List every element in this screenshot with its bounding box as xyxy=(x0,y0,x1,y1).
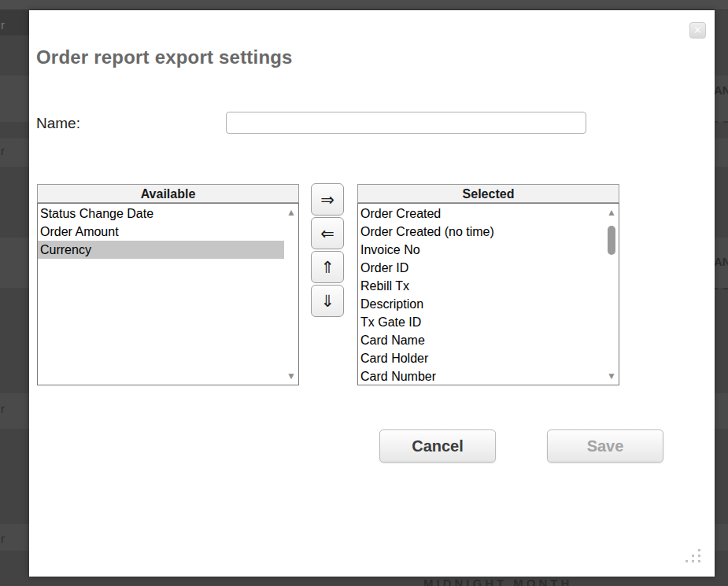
list-item[interactable]: Order Created xyxy=(358,205,604,223)
dialog-title: Order report export settings xyxy=(36,46,293,68)
resize-grip-icon[interactable] xyxy=(679,548,703,566)
background-text-fragment: AN xyxy=(714,84,728,96)
list-item[interactable]: Card Number xyxy=(358,367,604,385)
name-label: Name: xyxy=(36,115,80,132)
background-text-fragment: r xyxy=(1,145,5,157)
cancel-button[interactable]: Cancel xyxy=(379,429,496,463)
selected-listbox: Order CreatedOrder Created (no time)Invo… xyxy=(357,203,619,385)
list-item[interactable]: Order Amount xyxy=(38,223,284,241)
available-scrollbar[interactable]: ▲ ▼ xyxy=(284,204,298,385)
move-down-button[interactable]: ⇓ xyxy=(311,285,344,317)
scroll-up-icon[interactable]: ▲ xyxy=(284,207,298,218)
scrollbar-thumb[interactable] xyxy=(608,226,615,255)
move-left-button[interactable]: ⇐ xyxy=(311,217,344,249)
background-dashed-line xyxy=(713,288,728,289)
list-item[interactable]: Status Change Date xyxy=(38,205,284,223)
available-listbox: Status Change DateOrder AmountCurrency ▲… xyxy=(37,203,299,385)
available-list-header: Available xyxy=(37,184,299,203)
close-icon[interactable]: ✕ xyxy=(689,22,706,39)
background-text-fragment: AN xyxy=(714,256,728,267)
list-item[interactable]: Invoice No xyxy=(358,241,604,259)
background-dashed-line xyxy=(713,121,728,123)
list-item[interactable]: Currency xyxy=(38,241,284,259)
selected-list-header: Selected xyxy=(357,184,619,203)
move-right-button[interactable]: ⇒ xyxy=(311,183,344,216)
name-input[interactable] xyxy=(226,112,586,134)
background-bottom-text-fragment: MIDNIGHT MONTH xyxy=(423,577,572,586)
list-item[interactable]: Order Created (no time) xyxy=(358,223,604,241)
background-top-bar xyxy=(0,0,728,10)
list-item[interactable]: Rebill Tx xyxy=(358,277,604,295)
list-item[interactable]: Card Holder xyxy=(358,349,604,367)
list-item[interactable]: Description xyxy=(358,295,604,313)
scroll-up-icon[interactable]: ▲ xyxy=(604,207,619,218)
list-item[interactable]: Card Name xyxy=(358,331,604,349)
background-text-fragment: r xyxy=(1,533,5,544)
move-up-button[interactable]: ⇑ xyxy=(311,251,344,283)
background-text-fragment: r xyxy=(1,19,5,31)
screen: r r r r AN AN MIDNIGHT MONTH ✕ Order rep… xyxy=(0,0,728,586)
save-button[interactable]: Save xyxy=(547,429,663,463)
export-settings-dialog: ✕ Order report export settings Name: Ava… xyxy=(29,10,715,577)
background-text-fragment: r xyxy=(1,403,5,415)
scroll-down-icon[interactable]: ▼ xyxy=(284,370,298,381)
list-item[interactable]: Tx Gate ID xyxy=(358,313,604,331)
scroll-down-icon[interactable]: ▼ xyxy=(604,370,619,381)
selected-items: Order CreatedOrder Created (no time)Invo… xyxy=(358,205,604,385)
available-items: Status Change DateOrder AmountCurrency xyxy=(38,205,284,259)
selected-scrollbar[interactable]: ▲ ▼ xyxy=(604,204,619,385)
list-item[interactable]: Order ID xyxy=(358,259,604,277)
background-tab-fragment: r xyxy=(0,10,29,35)
